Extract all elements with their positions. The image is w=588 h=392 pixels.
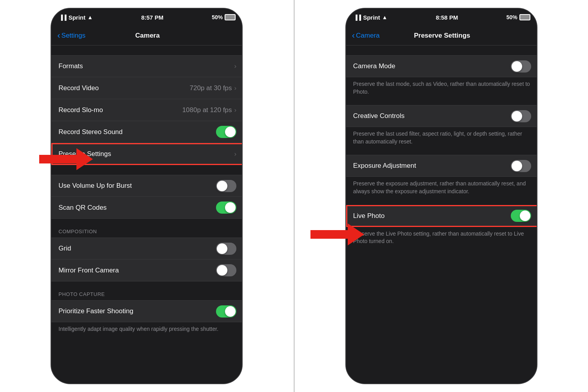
live-photo-description: Preserve the Live Photo setting, rather … [346, 227, 537, 251]
left-iphone-container: ▐▐ Sprint ▲ 8:57 PM 50% ‹ Settings [51, 9, 243, 384]
right-nav-bar: ‹ Camera Preserve Settings [346, 26, 537, 45]
exposure-adjustment-toggle[interactable] [511, 160, 531, 172]
arrow-body [39, 155, 76, 163]
composition-header: COMPOSITION [51, 219, 243, 238]
scan-qr-row[interactable]: Scan QR Codes [51, 197, 243, 219]
left-carrier-info: ▐▐ Sprint ▲ [59, 14, 93, 21]
preserve-settings-chevron-icon: › [234, 150, 237, 158]
grid-toggle[interactable] [216, 243, 236, 255]
camera-mode-row[interactable]: Camera Mode [346, 55, 537, 77]
volume-burst-toggle[interactable] [216, 180, 236, 192]
creative-controls-row[interactable]: Creative Controls [346, 105, 537, 127]
left-panel: ▐▐ Sprint ▲ 8:57 PM 50% ‹ Settings [0, 0, 294, 392]
right-carrier-label: Sprint [363, 14, 380, 21]
live-photo-toggle-knob [520, 211, 530, 221]
grid-row[interactable]: Grid [51, 238, 243, 260]
composition-label: COMPOSITION [58, 229, 97, 234]
exposure-description: Preserve the exposure adjustment, rather… [346, 177, 537, 201]
back-chevron-icon: ‹ [57, 31, 60, 41]
exposure-adjustment-label: Exposure Adjustment [353, 162, 416, 170]
record-stereo-toggle[interactable] [216, 126, 236, 138]
record-stereo-toggle-knob [225, 127, 236, 137]
right-panel: ▐▐ Sprint ▲ 8:58 PM 50% ‹ Camera [295, 0, 588, 392]
mirror-front-row[interactable]: Mirror Front Camera [51, 260, 243, 281]
battery-icon [225, 14, 236, 20]
live-photo-row[interactable]: Live Photo [346, 205, 537, 227]
left-settings-content: Formats › Record Video 720p at 30 fps › [51, 45, 243, 384]
right-back-button[interactable]: ‹ Camera [352, 31, 380, 41]
prioritize-description: Intelligently adapt image quality when r… [51, 322, 243, 339]
left-back-button[interactable]: ‹ Settings [57, 31, 85, 41]
scan-qr-toggle[interactable] [216, 201, 236, 214]
group4: Prioritize Faster Shooting [51, 300, 243, 322]
live-photo-group: Live Photo [346, 205, 537, 227]
live-photo-label: Live Photo [353, 212, 385, 220]
camera-mode-description: Preserve the last mode, such as Video, r… [346, 77, 537, 101]
record-slomo-value: 1080p at 120 fps › [182, 106, 236, 114]
record-video-row[interactable]: Record Video 720p at 30 fps › [51, 77, 243, 99]
right-settings-content: Camera Mode Preserve the last mode, such… [346, 45, 537, 384]
prioritize-shooting-row[interactable]: Prioritize Faster Shooting [51, 300, 243, 322]
volume-burst-label: Use Volume Up for Burst [58, 182, 132, 190]
prioritize-description-text: Intelligently adapt image quality when r… [58, 326, 218, 332]
right-battery-info: 50% [506, 14, 530, 20]
right-carrier-info: ▐▐ Sprint ▲ [354, 14, 388, 21]
photo-capture-label: PHOTO CAPTURE [58, 291, 105, 297]
left-nav-bar: ‹ Settings Camera [51, 26, 243, 45]
live-photo-toggle[interactable] [511, 210, 531, 222]
left-battery-info: 50% [212, 14, 236, 20]
signal-bars-icon: ▐▐ [59, 15, 66, 20]
record-video-value: 720p at 30 fps › [190, 84, 236, 92]
right-wifi-icon: ▲ [382, 14, 388, 20]
formats-label: Formats [58, 62, 83, 70]
record-stereo-row[interactable]: Record Stereo Sound [51, 121, 243, 143]
scan-qr-label: Scan QR Codes [58, 204, 107, 212]
right-status-bar: ▐▐ Sprint ▲ 8:58 PM 50% [346, 9, 537, 26]
creative-controls-label: Creative Controls [353, 112, 405, 120]
prioritize-shooting-toggle-knob [225, 306, 236, 317]
right-arrow-head [348, 223, 364, 245]
photo-capture-header: PHOTO CAPTURE [51, 281, 243, 300]
volume-burst-toggle-knob [217, 181, 227, 191]
carrier-label: Sprint [69, 14, 85, 21]
formats-row[interactable]: Formats › [51, 55, 243, 77]
exposure-adjustment-row[interactable]: Exposure Adjustment [346, 155, 537, 177]
left-status-bar: ▐▐ Sprint ▲ 8:57 PM 50% [51, 9, 243, 26]
scan-qr-toggle-knob [225, 202, 236, 213]
mirror-front-label: Mirror Front Camera [58, 267, 119, 274]
group2: Use Volume Up for Burst Scan QR Codes [51, 175, 243, 219]
arrow-head [76, 148, 93, 170]
camera-mode-desc-text: Preserve the last mode, such as Video, r… [353, 81, 530, 95]
left-time: 8:57 PM [141, 14, 163, 21]
right-battery-pct: 50% [506, 14, 517, 20]
creative-controls-toggle[interactable] [511, 110, 531, 122]
live-photo-desc-text: Preserve the Live Photo setting, rather … [353, 230, 524, 245]
camera-mode-label: Camera Mode [353, 62, 396, 70]
creative-controls-description: Preserve the last used filter, aspect ra… [346, 127, 537, 151]
mirror-front-toggle[interactable] [216, 264, 236, 276]
creative-controls-desc-text: Preserve the last used filter, aspect ra… [353, 131, 522, 145]
volume-burst-row[interactable]: Use Volume Up for Burst [51, 175, 243, 197]
record-video-label: Record Video [58, 84, 99, 92]
record-slomo-row[interactable]: Record Slo-mo 1080p at 120 fps › [51, 99, 243, 121]
right-back-label: Camera [356, 32, 379, 40]
record-video-chevron-icon: › [234, 84, 237, 92]
grid-label: Grid [58, 245, 71, 252]
back-label: Settings [62, 32, 85, 40]
group3: Grid Mirror Front Camera [51, 238, 243, 281]
record-video-text: 720p at 30 fps [190, 84, 232, 92]
record-stereo-label: Record Stereo Sound [58, 128, 123, 136]
camera-mode-toggle[interactable] [511, 60, 531, 73]
right-iphone: ▐▐ Sprint ▲ 8:58 PM 50% ‹ Camera [345, 8, 537, 384]
preserve-settings-value: › [234, 150, 237, 158]
prioritize-shooting-toggle[interactable] [216, 305, 236, 318]
formats-value: › [234, 62, 237, 70]
wifi-icon: ▲ [87, 14, 93, 20]
right-arrow-body [310, 230, 348, 239]
left-iphone-wrapper: ▐▐ Sprint ▲ 8:57 PM 50% ‹ Settings [51, 8, 243, 384]
exposure-group: Exposure Adjustment [346, 155, 537, 177]
formats-chevron-icon: › [234, 62, 237, 70]
right-battery-icon [519, 14, 530, 20]
left-arrow [39, 148, 93, 170]
exposure-desc-text: Preserve the exposure adjustment, rather… [353, 180, 526, 194]
